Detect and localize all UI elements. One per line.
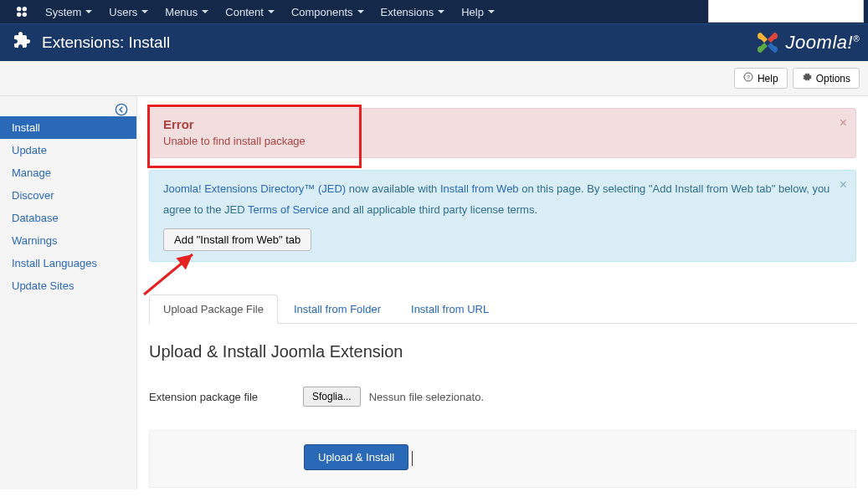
sidebar-item-label: Update [12, 144, 47, 156]
svg-point-1 [23, 7, 27, 11]
sidebar-item-update[interactable]: Update [0, 139, 136, 161]
menu-menus-label: Menus [165, 6, 198, 18]
section-title: Upload & Install Joomla Extension [149, 342, 856, 361]
title-bar: Extensions: Install Joomla!® [0, 23, 868, 61]
alert-info: × Joomla! Extensions Directory™ (JED) no… [149, 170, 856, 262]
sidebar-item-install[interactable]: Install [0, 116, 136, 139]
toolbar: ? Help Options [0, 61, 868, 96]
alert-info-text: Joomla! Extensions Directory™ (JED) now … [163, 179, 830, 220]
puzzle-icon [12, 30, 32, 55]
close-icon[interactable]: × [840, 177, 847, 192]
upload-install-button[interactable]: Upload & Install [304, 444, 408, 470]
caret-down-icon [85, 10, 92, 13]
menu-users-label: Users [109, 6, 137, 18]
alert-error-message: Unable to find install package [163, 135, 830, 147]
top-navbar: System Users Menus Content Components Ex… [0, 0, 868, 23]
svg-point-6 [116, 104, 126, 115]
menu-system-label: System [45, 6, 81, 18]
menu-extensions-label: Extensions [381, 6, 434, 18]
menu-components-label: Components [291, 6, 353, 18]
alert-error: × Error Unable to find install package [149, 108, 856, 158]
tabs: Upload Package File Install from Folder … [149, 294, 856, 324]
tab-install-folder[interactable]: Install from Folder [280, 295, 395, 324]
tab-label: Install from Folder [294, 303, 381, 315]
menu-users[interactable]: Users [100, 0, 157, 23]
alert-error-title: Error [163, 117, 830, 131]
sidebar-item-install-lang[interactable]: Install Languages [0, 252, 136, 274]
main-content: × Error Unable to find install package ×… [137, 96, 868, 499]
file-selection-text: Nessun file selezionato. [369, 391, 484, 403]
options-button-label: Options [816, 73, 850, 85]
options-button[interactable]: Options [793, 68, 860, 89]
sidebar-item-label: Manage [12, 166, 51, 179]
collapse-left-icon[interactable] [115, 103, 128, 119]
tab-upload-package[interactable]: Upload Package File [149, 295, 278, 324]
tab-label: Upload Package File [163, 303, 264, 315]
sidebar-item-discover[interactable]: Discover [0, 184, 136, 207]
sidebar-item-label: Install [12, 121, 40, 134]
add-install-web-button[interactable]: Add "Install from Web" tab [163, 228, 311, 251]
gear-icon [802, 72, 812, 85]
tab-label: Install from URL [411, 303, 489, 315]
sidebar-item-label: Install Languages [12, 257, 97, 269]
help-icon: ? [743, 72, 753, 85]
link-tos[interactable]: Terms of Service [248, 203, 329, 216]
browse-button[interactable]: Sfoglia... [303, 387, 361, 407]
menu-help[interactable]: Help [453, 0, 503, 23]
menu-menus[interactable]: Menus [157, 0, 217, 23]
sidebar-item-label: Discover [12, 189, 54, 202]
svg-text:?: ? [747, 74, 750, 80]
sidebar-item-label: Update Sites [12, 279, 74, 292]
joomla-mark-icon [754, 29, 781, 56]
link-jed[interactable]: Joomla! Extensions Directory™ (JED) [163, 182, 346, 195]
help-button-label: Help [758, 73, 778, 85]
menu-extensions[interactable]: Extensions [372, 0, 454, 23]
help-button[interactable]: ? Help [734, 68, 788, 89]
sidebar-item-manage[interactable]: Manage [0, 161, 136, 184]
caret-down-icon [141, 10, 148, 13]
menu-content-label: Content [225, 6, 264, 18]
sidebar-item-warnings[interactable]: Warnings [0, 229, 136, 252]
page-title: Extensions: Install [42, 33, 170, 52]
link-install-web[interactable]: Install from Web [440, 182, 519, 195]
tab-install-url[interactable]: Install from URL [397, 295, 503, 324]
info-text-1: now available with [346, 182, 440, 195]
caret-down-icon [438, 10, 444, 13]
caret-down-icon [357, 10, 364, 13]
joomla-logo: Joomla!® [754, 29, 860, 56]
svg-point-0 [17, 7, 21, 11]
menu-help-label: Help [461, 6, 484, 18]
menu-components[interactable]: Components [283, 0, 372, 23]
menu-system[interactable]: System [37, 0, 100, 23]
joomla-brand-text: Joomla!® [786, 32, 860, 54]
svg-point-2 [17, 13, 21, 17]
top-whitebox [708, 0, 864, 23]
info-text-3: and all applicable third party license t… [329, 203, 537, 216]
field-label-package: Extension package file [149, 391, 303, 403]
caret-down-icon [268, 10, 275, 13]
text-cursor [412, 451, 413, 466]
sidebar-item-label: Warnings [12, 234, 57, 247]
joomla-home-icon[interactable] [7, 0, 37, 23]
menu-content[interactable]: Content [217, 0, 283, 23]
svg-point-3 [23, 13, 27, 17]
sidebar-item-label: Database [12, 212, 59, 224]
sidebar: Install Update Manage Discover Database … [0, 96, 137, 489]
close-icon[interactable]: × [840, 115, 847, 131]
sidebar-item-database[interactable]: Database [0, 207, 136, 229]
file-input-group: Sfoglia... Nessun file selezionato. [303, 387, 484, 407]
caret-down-icon [202, 10, 208, 13]
sidebar-item-update-sites[interactable]: Update Sites [0, 274, 136, 297]
submit-row: Upload & Install [149, 430, 856, 488]
caret-down-icon [488, 10, 495, 13]
